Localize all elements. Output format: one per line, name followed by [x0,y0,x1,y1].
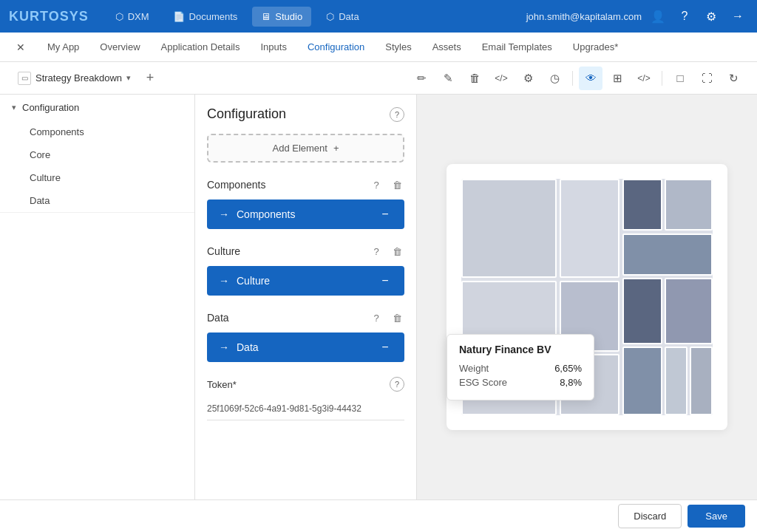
add-element-button[interactable]: Add Element + [207,134,404,163]
main-area: ▾ Configuration Components Core Culture … [0,95,757,499]
save-button[interactable]: Save [688,505,745,528]
toolbar-separator [572,71,573,86]
config-help-icon[interactable]: ? [390,107,404,122]
view-tool-button[interactable]: 👁 [579,66,602,90]
data-nav-button[interactable]: → Data − [207,332,404,362]
sidebar-item-core[interactable]: Core [0,143,194,166]
sub-nav-app-details[interactable]: Application Details [152,38,249,55]
toolbar-separator2 [662,71,662,86]
close-app-button[interactable]: ✕ [12,38,30,56]
filter-tool-button[interactable]: ⊞ [605,66,629,90]
sub-nav-configuration[interactable]: Configuration [299,38,373,55]
brand-logo: KURTOSYS [9,9,89,24]
tooltip-value-esg: 8,8% [560,377,582,388]
data-help-icon[interactable]: ? [369,310,384,325]
culture-minus-icon: − [378,273,393,288]
tooltip-row-weight: Weight 6,65% [459,363,582,374]
treemap-cell [690,347,713,415]
treemap-cell [622,179,662,231]
history-tool-button[interactable]: ◷ [543,66,566,90]
edit2-tool-button[interactable]: ✎ [436,66,460,90]
components-btn-left: → Components [219,208,295,220]
treemap-cell [665,179,713,231]
tooltip-title: Natury Finance BV [459,344,582,355]
sub-nav-upgrades[interactable]: Upgrades* [564,38,627,55]
file-icon: 📄 [173,11,185,22]
tooltip-value-weight: 6,65% [554,363,582,374]
user-avatar-icon[interactable]: 👤 [648,6,668,27]
treemap-cell [622,347,662,415]
culture-help-icon[interactable]: ? [369,244,384,259]
discard-button[interactable]: Discard [618,504,682,528]
token-section: Token* ? 25f1069f-52c6-4a91-9d81-5g3i9-4… [207,377,404,420]
help-icon[interactable]: ? [674,6,695,27]
document-bar: ▭ Strategy Breakdown ▾ + ✏ ✎ 🗑 </> ⚙ ◷ 👁… [0,62,757,95]
preview-panel: Natury Finance BV Weight 6,65% ESG Score… [417,95,757,499]
settings-icon[interactable]: ⚙ [701,6,722,27]
edit-tool-button[interactable]: ✏ [410,66,433,90]
plus-icon: + [333,143,339,154]
config-section-header-data: Data ? 🗑 [207,310,404,325]
sub-nav-overview[interactable]: Overview [91,38,149,55]
tooltip-label-weight: Weight [459,363,489,374]
settings-tool-button[interactable]: ⚙ [516,66,540,90]
logout-icon[interactable]: → [727,6,748,27]
sub-nav-assets[interactable]: Assets [424,38,470,55]
treemap-cell [461,179,557,278]
fullscreen-tool-button[interactable]: ⛶ [695,66,719,90]
sub-nav-email-templates[interactable]: Email Templates [473,38,561,55]
database-icon: ⬡ [326,11,334,22]
config-section-header-components: Components ? 🗑 [207,177,404,192]
code-tool-button[interactable]: </> [489,66,513,90]
sidebar-item-culture[interactable]: Culture [0,166,194,189]
token-help-icon[interactable]: ? [390,377,404,392]
config-section-title-components: Components [207,179,265,191]
nav-right-area: john.smith@kapitalam.com 👤 ? ⚙ → [526,6,748,27]
config-section-header-culture: Culture ? 🗑 [207,244,404,259]
sidebar: ▾ Configuration Components Core Culture … [0,95,195,499]
config-section-actions-data: ? 🗑 [369,310,404,325]
nav-item-studio[interactable]: 🖥 Studio [252,7,311,27]
chevron-down-icon: ▾ [126,73,131,83]
culture-btn-left: → Culture [219,275,270,287]
treemap-cell [665,278,713,344]
sub-nav-my-app[interactable]: My App [38,38,88,55]
user-email: john.smith@kapitalam.com [526,11,642,22]
sidebar-item-components[interactable]: Components [0,120,194,143]
page-doc-icon: ▭ [18,72,31,85]
chevron-down-icon: ▾ [12,103,16,112]
config-section-actions-components: ? 🗑 [369,177,404,192]
bottom-bar: Discard Save [0,499,757,532]
add-page-button[interactable]: + [140,68,160,89]
nav-item-data[interactable]: ⬡ Data [317,7,367,27]
arrow-right-icon: → [219,275,229,287]
components-nav-button[interactable]: → Components − [207,200,404,229]
tooltip-label-esg: ESG Score [459,377,507,388]
sidebar-section-configuration: ▾ Configuration Components Core Culture … [0,95,194,213]
culture-nav-button[interactable]: → Culture − [207,266,404,296]
layers-icon: ⬡ [115,11,123,22]
delete-tool-button[interactable]: 🗑 [463,66,486,90]
token-value: 25f1069f-52c6-4a91-9d81-5g3i9-44432 [207,398,404,420]
sidebar-item-data[interactable]: Data [0,189,194,212]
nav-item-documents[interactable]: 📄 Documents [164,7,247,27]
config-section-data: Data ? 🗑 → Data − [207,310,404,362]
sub-nav-styles[interactable]: Styles [376,38,420,55]
components-minus-icon: − [378,207,393,222]
components-delete-icon[interactable]: 🗑 [390,177,404,192]
code2-tool-button[interactable]: </> [632,66,656,90]
config-section-title-data: Data [207,312,229,324]
config-panel: Configuration ? Add Element + Components… [195,95,417,499]
components-help-icon[interactable]: ? [369,177,384,192]
treemap-cell [622,278,662,344]
treemap-cell [665,347,688,415]
tooltip: Natury Finance BV Weight 6,65% ESG Score… [447,334,594,400]
page-tab[interactable]: ▭ Strategy Breakdown ▾ [12,69,137,88]
desktop-tool-button[interactable]: □ [668,66,692,90]
sub-nav-inputs[interactable]: Inputs [252,38,296,55]
nav-item-dxm[interactable]: ⬡ DXM [106,7,158,27]
refresh-tool-button[interactable]: ↻ [722,66,745,90]
sidebar-section-header-configuration[interactable]: ▾ Configuration [0,95,194,120]
data-delete-icon[interactable]: 🗑 [390,310,404,325]
culture-delete-icon[interactable]: 🗑 [390,244,404,259]
